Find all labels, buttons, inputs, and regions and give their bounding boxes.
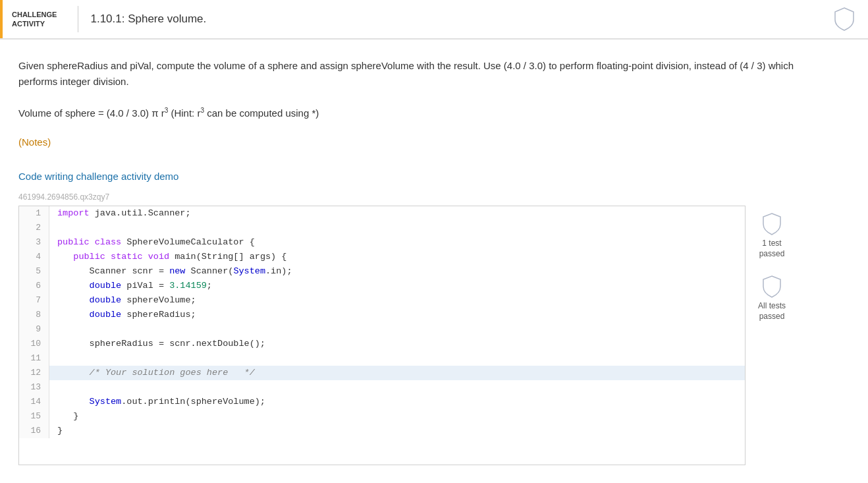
line-content-9	[49, 322, 745, 337]
line-content-8: double sphereRadius;	[49, 308, 745, 322]
code-section: 1 import java.util.Scanner; 2 3 public c…	[18, 206, 798, 465]
line-content-10: sphereRadius = scnr.nextDouble();	[49, 337, 745, 351]
line-num-7: 7	[19, 293, 49, 308]
code-line-7: 7 double sphereVolume;	[19, 293, 745, 308]
line-content-6: double piVal = 3.14159;	[49, 279, 745, 293]
code-line-3: 3 public class SphereVolumeCalculator {	[19, 235, 745, 250]
line-num-8: 8	[19, 308, 49, 322]
line-num-14: 14	[19, 395, 49, 409]
code-line-16: 16 }	[19, 424, 745, 438]
demo-link[interactable]: Code writing challenge activity demo	[18, 171, 178, 182]
badge-text: CHALLENGE ACTIVITY	[12, 10, 57, 29]
notes-link[interactable]: (Notes)	[18, 136, 51, 148]
line-num-11: 11	[19, 351, 49, 366]
code-line-6: 6 double piVal = 3.14159;	[19, 279, 745, 293]
line-num-1: 1	[19, 206, 49, 221]
line-content-13	[49, 380, 745, 395]
line-num-5: 5	[19, 264, 49, 279]
line-content-2	[49, 221, 745, 235]
code-line-5: 5 Scanner scnr = new Scanner(System.in);	[19, 264, 745, 279]
notes-link-container: (Notes)	[18, 136, 798, 159]
line-content-4: public static void main(String[] args) {	[49, 250, 745, 264]
code-line-13: 13	[19, 380, 745, 395]
line-content-14: System.out.println(sphereVolume);	[49, 395, 745, 409]
shield-outline-icon	[762, 275, 782, 298]
line-content-7: double sphereVolume;	[49, 293, 745, 308]
shield-filled-icon	[762, 212, 782, 236]
line-num-15: 15	[19, 409, 49, 424]
formula-text: Volume of sphere = (4.0 / 3.0) π r3 (Hin…	[18, 104, 798, 122]
code-line-10: 10 sphereRadius = scnr.nextDouble();	[19, 337, 745, 351]
all-tests-label: All tests passed	[758, 301, 786, 322]
line-content-16: }	[49, 424, 745, 438]
header: CHALLENGE ACTIVITY 1.10.1: Sphere volume…	[0, 0, 868, 40]
right-panel: 1 test passed All tests passed	[746, 206, 798, 322]
line-num-9: 9	[19, 322, 49, 337]
line-num-2: 2	[19, 221, 49, 235]
test-passed-badge: 1 test passed	[759, 212, 785, 259]
header-divider	[78, 6, 78, 32]
line-content-3: public class SphereVolumeCalculator {	[49, 235, 745, 250]
code-bottom-padding	[19, 438, 745, 465]
description-text: Given sphereRadius and piVal, compute th…	[18, 58, 798, 90]
code-line-15: 15 }	[19, 409, 745, 424]
line-num-6: 6	[19, 279, 49, 293]
main-content: Given sphereRadius and piVal, compute th…	[0, 40, 817, 465]
line-num-10: 10	[19, 337, 49, 351]
line-num-16: 16	[19, 424, 49, 438]
test-passed-label: 1 test passed	[759, 239, 785, 259]
code-line-12[interactable]: 12 /* Your solution goes here */	[19, 366, 745, 380]
code-line-2: 2	[19, 221, 745, 235]
demo-link-container: Code writing challenge activity demo	[18, 171, 798, 192]
line-content-1: import java.util.Scanner;	[49, 206, 745, 221]
code-line-1: 1 import java.util.Scanner;	[19, 206, 745, 221]
code-editor[interactable]: 1 import java.util.Scanner; 2 3 public c…	[18, 206, 746, 465]
code-line-11: 11	[19, 351, 745, 366]
challenge-activity-badge: CHALLENGE ACTIVITY	[0, 0, 66, 38]
all-tests-badge: All tests passed	[758, 275, 786, 322]
activity-id: 461994.2694856.qx3zqy7	[18, 192, 798, 202]
code-line-4: 4 public static void main(String[] args)…	[19, 250, 745, 264]
code-line-8: 8 double sphereRadius;	[19, 308, 745, 322]
line-num-3: 3	[19, 235, 49, 250]
line-content-11	[49, 351, 745, 366]
line-content-15: }	[49, 409, 745, 424]
line-num-13: 13	[19, 380, 49, 395]
line-content-12: /* Your solution goes here */	[49, 366, 745, 380]
code-line-14: 14 System.out.println(sphereVolume);	[19, 395, 745, 409]
line-num-4: 4	[19, 250, 49, 264]
line-content-5: Scanner scnr = new Scanner(System.in);	[49, 264, 745, 279]
shield-icon	[834, 7, 855, 32]
line-num-12: 12	[19, 366, 49, 380]
code-line-9: 9	[19, 322, 745, 337]
page-title: 1.10.1: Sphere volume.	[90, 13, 834, 26]
